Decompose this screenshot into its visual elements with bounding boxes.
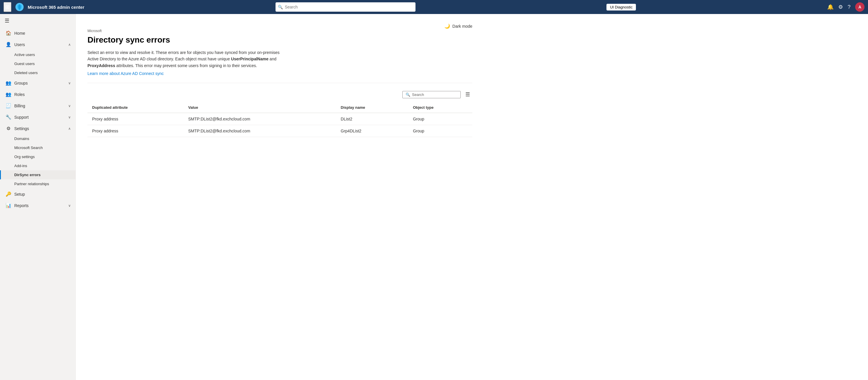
sidebar-item-home[interactable]: 🏠 Home xyxy=(0,27,75,39)
sidebar-item-active-users[interactable]: Active users xyxy=(0,50,75,59)
main-content: 🌙 Dark mode Microsoft Directory sync err… xyxy=(76,14,868,380)
description-bold-1: UserPrincipalName xyxy=(231,57,268,61)
app-title: Microsoft 365 admin center xyxy=(28,5,84,10)
chevron-up-settings-icon: ∧ xyxy=(68,126,71,130)
settings-submenu: Domains Microsoft Search Org settings Ad… xyxy=(0,134,75,188)
dark-mode-toggle[interactable]: 🌙 Dark mode xyxy=(444,23,472,29)
chevron-down-reports-icon: ∨ xyxy=(68,204,71,208)
cell-display-name: DList2 xyxy=(336,113,408,125)
cell-value: SMTP:DList2@fkd.exchcloud.com xyxy=(183,113,336,125)
description-bold-2: ProxyAddress xyxy=(88,63,115,68)
filter-button[interactable]: ☰ xyxy=(464,90,471,99)
sidebar-settings-label: Settings xyxy=(14,126,65,131)
learn-more-link[interactable]: Learn more about Azure AD Connect sync xyxy=(88,71,163,76)
dirsync-errors-label: DirSync errors xyxy=(14,173,40,177)
sidebar-item-setup[interactable]: 🔑 Setup xyxy=(0,188,75,200)
chevron-down-support-icon: ∨ xyxy=(68,115,71,119)
col-value: Value xyxy=(183,103,336,113)
waffle-menu-button[interactable]: ⊞ xyxy=(3,2,11,12)
sidebar-item-microsoft-search[interactable]: Microsoft Search xyxy=(0,143,75,152)
guest-users-label: Guest users xyxy=(14,61,35,66)
table-search-box[interactable]: 🔍 Search xyxy=(402,91,461,98)
table-row[interactable]: Proxy address SMTP:DList2@fkd.exchcloud.… xyxy=(88,125,472,137)
cell-display-name: Grp4DList2 xyxy=(336,125,408,137)
cell-value: SMTP:DList2@fkd.exchcloud.com xyxy=(183,125,336,137)
chevron-down-icon: ∨ xyxy=(68,81,71,85)
settings-button[interactable]: ⚙ xyxy=(838,4,843,10)
user-avatar[interactable]: A xyxy=(855,2,865,12)
reports-icon: 📊 xyxy=(5,203,11,208)
table-row[interactable]: Proxy address SMTP:DList2@fkd.exchcloud.… xyxy=(88,113,472,125)
sidebar-home-label: Home xyxy=(14,31,71,36)
sidebar-reports-label: Reports xyxy=(14,203,65,208)
gear-icon: ⚙ xyxy=(838,4,843,10)
sidebar-item-org-settings[interactable]: Org settings xyxy=(0,152,75,161)
cell-object-type: Group xyxy=(408,113,472,125)
app-body: ☰ 🏠 Home 👤 Users ∧ Active users Guest us… xyxy=(0,14,868,380)
search-input[interactable] xyxy=(276,2,415,12)
moon-icon: 🌙 xyxy=(444,23,450,29)
sidebar-item-roles[interactable]: 👥 Roles xyxy=(0,89,75,100)
sidebar-item-domains[interactable]: Domains xyxy=(0,134,75,143)
roles-icon: 👥 xyxy=(5,92,11,97)
deleted-users-label: Deleted users xyxy=(14,70,38,75)
cell-duplicated-attribute: Proxy address xyxy=(88,125,183,137)
notifications-button[interactable]: 🔔 xyxy=(827,4,834,10)
sidebar-item-deleted-users[interactable]: Deleted users xyxy=(0,68,75,77)
table-toolbar: 🔍 Search ☰ xyxy=(88,90,472,99)
help-button[interactable]: ? xyxy=(847,4,850,10)
sidebar-item-groups[interactable]: 👥 Groups ∨ xyxy=(0,77,75,89)
page-description: Select an error to view and resolve it. … xyxy=(88,49,291,69)
waffle-icon: ⊞ xyxy=(5,4,10,10)
table-header-row: Duplicated attribute Value Display name … xyxy=(88,103,472,113)
sidebar-toggle-button[interactable]: ☰ xyxy=(0,14,75,27)
description-text-3: attributes. This error may prevent some … xyxy=(115,63,257,68)
sidebar-item-support[interactable]: 🔧 Support ∨ xyxy=(0,111,75,123)
chevron-down-billing-icon: ∨ xyxy=(68,104,71,108)
partner-relationships-label: Partner relationships xyxy=(14,182,49,186)
cell-object-type: Group xyxy=(408,125,472,137)
topnav-right-actions: 🔔 ⚙ ? A xyxy=(827,2,865,12)
users-icon: 👤 xyxy=(5,42,11,47)
sidebar-item-users[interactable]: 👤 Users ∧ xyxy=(0,39,75,50)
sidebar-item-settings[interactable]: ⚙ Settings ∧ xyxy=(0,123,75,134)
chevron-up-icon: ∧ xyxy=(68,42,71,47)
microsoft-search-label: Microsoft Search xyxy=(14,146,43,150)
description-text-2: and xyxy=(269,57,276,61)
add-ins-label: Add-ins xyxy=(14,164,27,168)
bell-icon: 🔔 xyxy=(827,4,834,10)
sidebar-groups-label: Groups xyxy=(14,81,65,85)
col-duplicated-attribute: Duplicated attribute xyxy=(88,103,183,113)
sidebar-item-billing[interactable]: 🧾 Billing ∨ xyxy=(0,100,75,111)
org-settings-label: Org settings xyxy=(14,154,35,159)
sidebar-setup-label: Setup xyxy=(14,192,71,197)
sidebar-roles-label: Roles xyxy=(14,92,71,97)
ui-diagnostic-button[interactable]: UI Diagnostic xyxy=(607,4,636,10)
groups-icon: 👥 xyxy=(5,80,11,86)
sidebar-users-label: Users xyxy=(14,42,65,47)
sidebar-item-add-ins[interactable]: Add-ins xyxy=(0,161,75,170)
home-icon: 🏠 xyxy=(5,30,11,36)
hamburger-icon: ☰ xyxy=(5,18,9,24)
table-body: Proxy address SMTP:DList2@fkd.exchcloud.… xyxy=(88,113,472,137)
filter-icon: ☰ xyxy=(465,92,470,97)
sidebar-billing-label: Billing xyxy=(14,104,65,108)
search-icon: 🔍 xyxy=(278,5,283,9)
sync-errors-table: Duplicated attribute Value Display name … xyxy=(88,103,472,137)
setup-icon: 🔑 xyxy=(5,191,11,197)
breadcrumb: Microsoft xyxy=(88,29,472,33)
global-search: 🔍 xyxy=(276,2,415,12)
sidebar-item-guest-users[interactable]: Guest users xyxy=(0,59,75,68)
table-search-icon: 🔍 xyxy=(406,92,410,97)
dark-mode-label: Dark mode xyxy=(453,24,472,29)
users-submenu: Active users Guest users Deleted users xyxy=(0,50,75,77)
sidebar-item-partner-relationships[interactable]: Partner relationships xyxy=(0,179,75,188)
table-search-placeholder: Search xyxy=(412,92,424,97)
support-icon: 🔧 xyxy=(5,114,11,120)
app-logo xyxy=(15,2,24,12)
sidebar: ☰ 🏠 Home 👤 Users ∧ Active users Guest us… xyxy=(0,14,76,380)
sidebar-item-dirsync-errors[interactable]: DirSync errors xyxy=(0,170,75,179)
active-users-label: Active users xyxy=(14,53,35,57)
sidebar-item-reports[interactable]: 📊 Reports ∨ xyxy=(0,200,75,211)
top-navigation: ⊞ Microsoft 365 admin center 🔍 UI Diagno… xyxy=(0,0,868,14)
